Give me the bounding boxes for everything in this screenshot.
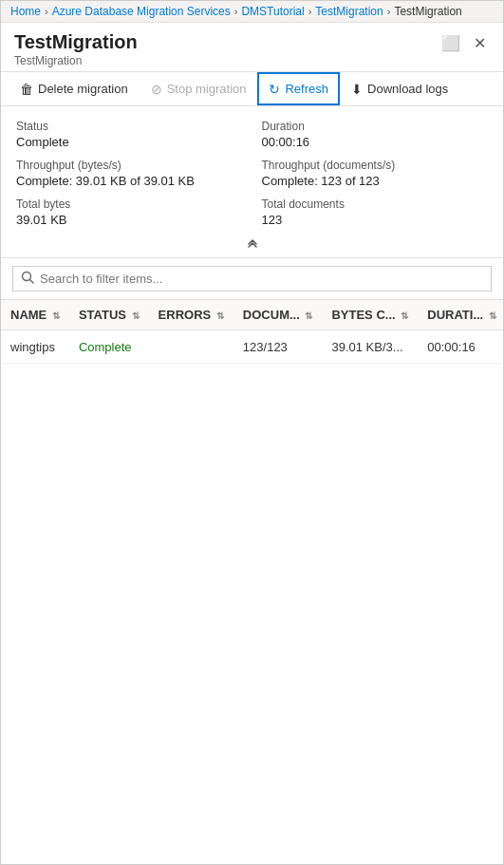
sort-icon-status: ⇅ — [132, 310, 140, 321]
breadcrumb-sep-3: › — [308, 6, 312, 17]
page-subtitle: TestMigration — [14, 54, 138, 67]
total-docs-label: Total documents — [262, 197, 489, 211]
download-icon: ⬇ — [351, 82, 363, 97]
refresh-button[interactable]: ↻ Refresh — [257, 72, 340, 105]
col-status[interactable]: STATUS ⇅ — [69, 300, 149, 330]
col-bytes[interactable]: BYTES C... ⇅ — [322, 300, 418, 330]
duration-label: Duration — [262, 120, 489, 133]
throughput-bytes-label: Throughput (bytes/s) — [16, 159, 243, 172]
page-title: TestMigration — [14, 30, 138, 53]
status-value: Complete — [16, 135, 243, 149]
page-header: TestMigration TestMigration ⬜ ✕ — [1, 23, 503, 72]
throughput-bytes-value: Complete: 39.01 KB of 39.01 KB — [16, 174, 243, 188]
window-restore-button[interactable]: ⬜ — [438, 34, 464, 53]
breadcrumb-sep-2: › — [234, 6, 238, 17]
stop-migration-label: Stop migration — [167, 82, 247, 96]
search-input-wrap — [12, 266, 492, 291]
table-header-row: NAME ⇅ STATUS ⇅ ERRORS ⇅ DOCUM... ⇅ BYTE… — [1, 300, 504, 330]
window-close-button[interactable]: ✕ — [470, 34, 490, 53]
data-table: NAME ⇅ STATUS ⇅ ERRORS ⇅ DOCUM... ⇅ BYTE… — [1, 300, 504, 364]
table-row: wingtips Complete 123/123 39.01 KB/3... … — [1, 330, 504, 364]
cell-status: Complete — [69, 330, 149, 364]
toolbar: 🗑 Delete migration ⊘ Stop migration ↻ Re… — [1, 72, 503, 106]
status-grid: Status Complete Duration 00:00:16 Throug… — [16, 120, 488, 227]
delete-migration-button[interactable]: 🗑 Delete migration — [9, 72, 140, 105]
delete-migration-label: Delete migration — [38, 82, 128, 96]
col-errors[interactable]: ERRORS ⇅ — [149, 300, 233, 330]
col-duration[interactable]: DURATI... ⇅ — [418, 300, 504, 330]
total-bytes-item: Total bytes 39.01 KB — [16, 197, 243, 227]
breadcrumb-sep-1: › — [45, 6, 48, 17]
refresh-label: Refresh — [285, 82, 328, 96]
page-header-left: TestMigration TestMigration — [14, 30, 138, 67]
svg-line-1 — [30, 280, 34, 284]
breadcrumb-home[interactable]: Home — [10, 5, 41, 18]
search-icon — [21, 271, 34, 287]
breadcrumb-current: TestMigration — [394, 5, 461, 18]
download-logs-button[interactable]: ⬇ Download logs — [340, 72, 459, 105]
sort-icon-docs: ⇅ — [305, 310, 312, 321]
throughput-bytes-item: Throughput (bytes/s) Complete: 39.01 KB … — [16, 159, 243, 188]
status-label: Status — [16, 120, 243, 133]
status-panel: Status Complete Duration 00:00:16 Throug… — [1, 106, 503, 258]
breadcrumb-sep-4: › — [387, 6, 391, 17]
col-name[interactable]: NAME ⇅ — [1, 300, 69, 330]
stop-icon: ⊘ — [151, 82, 162, 97]
breadcrumb-dms[interactable]: Azure Database Migration Services — [52, 5, 231, 18]
breadcrumb-dmstutorial[interactable]: DMSTutorial — [241, 5, 304, 18]
download-logs-label: Download logs — [367, 82, 448, 96]
throughput-docs-value: Complete: 123 of 123 — [262, 174, 489, 188]
status-item: Status Complete — [16, 120, 243, 149]
breadcrumb: Home › Azure Database Migration Services… — [1, 1, 503, 23]
total-bytes-value: 39.01 KB — [16, 213, 243, 227]
cell-bytes: 39.01 KB/3... — [322, 330, 418, 364]
page-header-actions: ⬜ ✕ — [438, 30, 490, 53]
stop-migration-button[interactable]: ⊘ Stop migration — [140, 72, 258, 105]
refresh-icon: ↻ — [269, 82, 280, 97]
col-docs[interactable]: DOCUM... ⇅ — [233, 300, 323, 330]
search-bar — [1, 258, 503, 300]
sort-icon-name: ⇅ — [52, 310, 60, 321]
sort-icon-duration: ⇅ — [489, 310, 496, 321]
cell-docs: 123/123 — [233, 330, 323, 364]
collapse-button[interactable] — [16, 235, 488, 250]
total-docs-item: Total documents 123 — [262, 197, 489, 227]
throughput-docs-item: Throughput (documents/s) Complete: 123 o… — [262, 159, 489, 188]
breadcrumb-testmigration[interactable]: TestMigration — [315, 5, 383, 18]
throughput-docs-label: Throughput (documents/s) — [262, 159, 489, 172]
cell-errors — [149, 330, 233, 364]
sort-icon-errors: ⇅ — [216, 310, 224, 321]
search-input[interactable] — [40, 272, 483, 286]
duration-item: Duration 00:00:16 — [262, 120, 489, 149]
total-docs-value: 123 — [262, 213, 489, 227]
data-table-container: NAME ⇅ STATUS ⇅ ERRORS ⇅ DOCUM... ⇅ BYTE… — [1, 300, 503, 364]
total-bytes-label: Total bytes — [16, 197, 243, 211]
sort-icon-bytes: ⇅ — [401, 310, 408, 321]
duration-value: 00:00:16 — [262, 135, 489, 149]
cell-name: wingtips — [1, 330, 69, 364]
cell-duration: 00:00:16 — [418, 330, 504, 364]
delete-icon: 🗑 — [20, 82, 33, 97]
